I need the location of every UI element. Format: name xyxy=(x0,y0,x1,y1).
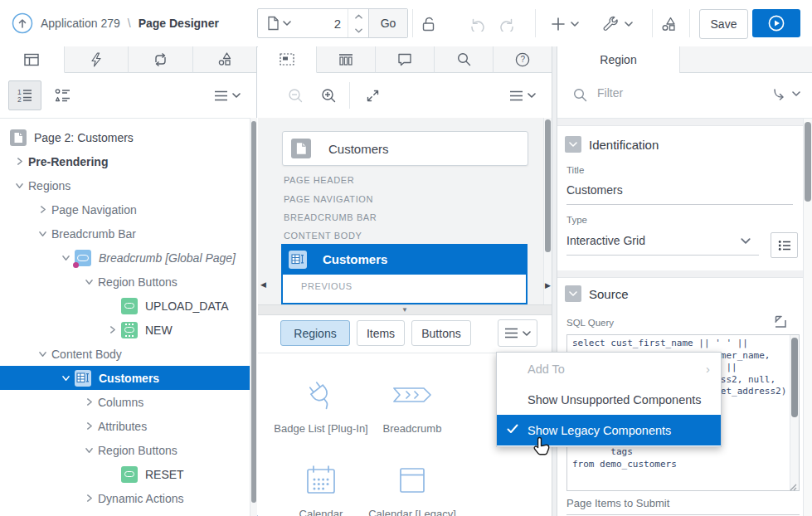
tree-item-page-navigation[interactable]: Page Navigation xyxy=(0,197,250,221)
step-up-icon[interactable] xyxy=(348,9,368,23)
left-toolbar: 12 xyxy=(0,73,256,119)
chevron-down-icon[interactable] xyxy=(33,225,51,243)
utilities-wrench-icon[interactable] xyxy=(599,13,620,35)
chevron-down-icon[interactable] xyxy=(56,249,75,267)
create-icon[interactable] xyxy=(547,13,569,35)
chevron-down-icon[interactable] xyxy=(569,13,581,35)
tree-scrollbar[interactable] xyxy=(250,118,257,516)
tree-item-pre-rendering[interactable]: Pre-Rendering xyxy=(0,149,250,173)
menu-item-show-unsupported[interactable]: Show Unsupported Components xyxy=(497,384,721,415)
chevron-down-icon[interactable] xyxy=(80,441,98,460)
calendar-icon xyxy=(304,460,338,501)
chevron-down-icon[interactable] xyxy=(80,273,98,291)
order-list-button[interactable]: 12 xyxy=(8,80,41,110)
layout-region-sub-slot[interactable]: PREVIOUS xyxy=(281,275,528,304)
tree-item-upload-data[interactable]: UPLOAD_DATA xyxy=(0,294,250,318)
tree-item-region-buttons-2[interactable]: Region Buttons xyxy=(0,438,250,462)
collapse-section-icon[interactable] xyxy=(565,136,581,153)
chevron-right-icon[interactable] xyxy=(33,201,51,219)
tab-page-shared-components[interactable] xyxy=(193,46,257,73)
layout-page-box[interactable]: Customers xyxy=(282,131,528,166)
step-down-icon[interactable] xyxy=(348,23,368,37)
gallery-tab-items[interactable]: Items xyxy=(357,320,405,346)
gallery-tab-buttons[interactable]: Buttons xyxy=(411,320,471,346)
tree-item-breadcrumb-bar[interactable]: Breadcrumb Bar xyxy=(0,221,250,246)
gallery-item-calendar[interactable]: Calendar xyxy=(273,460,369,516)
tree-item-reset[interactable]: RESET xyxy=(0,462,250,486)
tree-item-new[interactable]: NEW xyxy=(0,318,250,342)
scroll-left-icon[interactable]: ◀ xyxy=(260,280,266,289)
tab-dynamic-actions[interactable] xyxy=(65,46,129,73)
type-list-button[interactable] xyxy=(771,232,798,258)
zoom-out-icon[interactable] xyxy=(283,83,308,108)
chevron-right-icon[interactable] xyxy=(10,153,28,171)
shared-components-icon[interactable] xyxy=(658,13,679,35)
code-scrollbar[interactable] xyxy=(790,335,799,490)
tab-messages[interactable] xyxy=(376,46,435,73)
splitter-collapse-icon[interactable]: ▼ xyxy=(401,306,408,314)
layout-gallery-splitter[interactable]: ▼ xyxy=(258,304,552,315)
app-label[interactable]: Application 279 xyxy=(41,17,120,30)
tree-item-columns[interactable]: Columns xyxy=(0,390,250,414)
run-button[interactable] xyxy=(752,9,800,37)
scroll-right-icon[interactable]: ▶ xyxy=(545,281,551,290)
chevron-down-icon[interactable] xyxy=(741,238,751,244)
tree-item-region-buttons[interactable]: Region Buttons xyxy=(0,270,250,294)
chevron-down-icon[interactable] xyxy=(56,369,75,387)
tab-layout[interactable] xyxy=(258,46,317,73)
tree-item-page[interactable]: Page 2: Customers xyxy=(0,125,250,149)
chevron-right-icon[interactable] xyxy=(80,417,98,436)
chevron-down-icon[interactable] xyxy=(623,13,635,35)
tab-rendering[interactable] xyxy=(0,46,65,73)
layout-menu-button[interactable] xyxy=(503,80,542,110)
menu-item-add-to[interactable]: Add To › xyxy=(497,353,721,384)
open-code-editor-icon[interactable] xyxy=(773,314,787,329)
undo-icon[interactable] xyxy=(466,13,488,35)
checkmark-icon xyxy=(507,424,518,434)
save-button[interactable]: Save xyxy=(699,9,748,39)
chevron-right-icon[interactable] xyxy=(103,321,121,339)
layout-scrollbar[interactable]: ▶ xyxy=(543,118,552,304)
go-button[interactable]: Go xyxy=(368,9,407,37)
collapse-section-icon[interactable] xyxy=(565,285,581,302)
app-home-icon[interactable] xyxy=(12,12,33,34)
zoom-in-icon[interactable] xyxy=(316,83,341,108)
gallery-item-badge-list[interactable]: Badge List [Plug-In] xyxy=(273,374,369,436)
page-icon xyxy=(10,129,27,146)
gallery-item-breadcrumb[interactable]: Breadcrumb xyxy=(364,374,460,436)
chevron-right-icon[interactable] xyxy=(80,489,98,508)
tab-page-structure[interactable] xyxy=(317,46,376,73)
gallery-item-calendar-legacy[interactable]: Calendar [Legacy] xyxy=(364,460,460,516)
tree-item-customers[interactable]: Customers xyxy=(0,366,250,390)
tree-item-content-body[interactable]: Content Body xyxy=(0,342,250,366)
chevron-right-icon[interactable] xyxy=(80,393,98,411)
goto-group-button[interactable] xyxy=(773,87,800,100)
gallery-tab-regions[interactable]: Regions xyxy=(280,320,350,346)
page-number-input[interactable] xyxy=(299,9,348,37)
group-list-button[interactable] xyxy=(46,80,80,110)
page-lookup-button[interactable] xyxy=(258,9,299,37)
tab-help[interactable]: ? xyxy=(494,46,552,73)
filter-input[interactable] xyxy=(596,85,765,100)
tree-item-regions[interactable]: Regions xyxy=(0,173,250,197)
gallery-menu-button[interactable] xyxy=(498,319,537,347)
chevron-down-icon[interactable] xyxy=(33,345,51,363)
chevron-down-icon[interactable] xyxy=(10,177,28,195)
expand-icon[interactable] xyxy=(360,83,385,108)
gallery-context-menu: Add To › Show Unsupported Components Sho… xyxy=(496,352,722,447)
resize-handle-icon[interactable] xyxy=(790,484,797,491)
page-icon xyxy=(291,139,311,158)
unlock-icon[interactable] xyxy=(417,13,439,35)
tree-menu-button[interactable] xyxy=(208,80,246,110)
panel-scrollbar[interactable] xyxy=(803,119,812,516)
tab-search[interactable] xyxy=(435,46,494,73)
tree-item-attributes[interactable]: Attributes xyxy=(0,414,250,438)
title-field-value[interactable]: Customers xyxy=(566,183,623,197)
tab-processing[interactable] xyxy=(129,46,193,73)
tree-item-breadcrumb-global[interactable]: Breadcrumb [Global Page] xyxy=(0,246,250,270)
layout-region-customers[interactable]: Customers xyxy=(281,244,528,275)
tab-region[interactable]: Region xyxy=(557,46,680,73)
type-select-value[interactable]: Interactive Grid xyxy=(566,234,645,247)
redo-icon[interactable] xyxy=(497,13,518,35)
tree-item-dynamic-actions[interactable]: Dynamic Actions xyxy=(0,486,250,510)
